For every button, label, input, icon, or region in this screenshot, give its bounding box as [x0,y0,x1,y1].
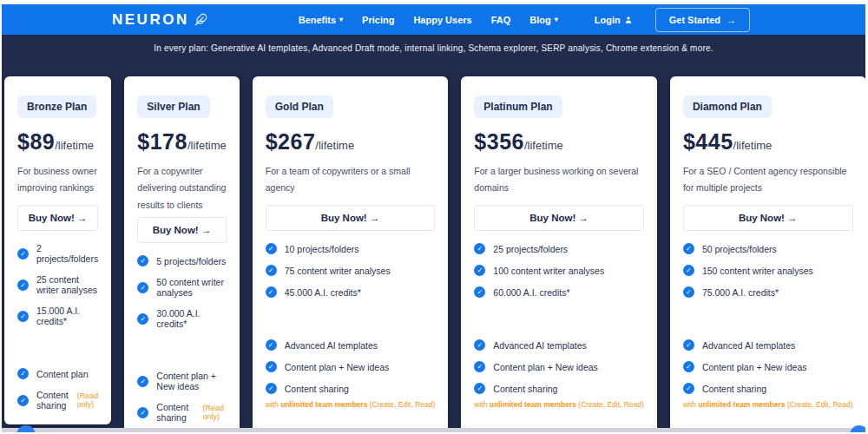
feature-text: 30.000 A.I. credits* [156,308,226,329]
get-started-button[interactable]: Get Started → [655,8,750,32]
check-icon: ✓ [137,407,148,418]
check-icon: ✓ [474,286,485,298]
nav-item-faq[interactable]: FAQ [491,15,511,25]
feature-list-core: ✓ 2 projects/folders ✓ 25 content writer… [17,243,98,326]
plan-price: $178/lifetime [137,129,226,155]
check-icon: ✓ [17,311,29,322]
bottom-divider [2,428,865,432]
plan-description: For business owner improving rankings [17,163,98,201]
top-navbar: NEURON Benefits▾ Pricing Happy Users FAQ… [2,4,865,35]
arrow-right-icon: → [77,213,88,223]
check-icon: ✓ [266,243,277,254]
arrow-right-icon: → [579,213,589,223]
nav-item-label: Blog [529,15,550,25]
arrow-right-icon: → [370,213,380,223]
nav-item-benefits[interactable]: Benefits▾ [299,15,343,25]
brand-logo[interactable]: NEURON [112,11,207,29]
feature-text: Content sharing [36,390,69,411]
feature-text: Content plan + New ideas [493,362,598,372]
feature-suffix: (Read only) [77,391,99,409]
feature-text: Content sharing [702,384,766,394]
feature-item: ✓ 25 projects/folders [474,243,644,254]
feature-item: ✓ Advanced AI templates [474,339,644,351]
price-amount: $89 [17,129,55,154]
check-icon: ✓ [266,361,277,372]
login-label: Login [595,15,621,25]
buy-now-button[interactable]: Buy Now! → [137,217,226,243]
feature-text: Advanced AI templates [285,340,378,351]
pricing-card: Silver Plan $178/lifetime For a copywrit… [124,76,239,432]
note-bold: unlimited team members [490,400,576,409]
feature-item: ✓ 30.000 A.I. credits* [137,308,226,329]
check-icon: ✓ [683,383,694,394]
spacer [683,298,853,329]
check-icon: ✓ [17,368,29,379]
buy-now-label: Buy Now! [529,213,575,223]
nav-item-blog[interactable]: Blog▾ [529,15,557,25]
team-members-note: with unlimited team members (Create, Edi… [266,400,436,409]
feature-text: Content sharing [156,402,194,423]
feature-text: 45.000 A.I. credits* [285,287,361,298]
feature-text: Content plan + New ideas [285,362,390,372]
feature-item: ✓ Content sharing [474,383,644,394]
spacer [266,409,436,424]
feature-list-mid: ✓ Advanced AI templates ✓ Content plan +… [266,339,436,394]
feature-text: 15.000 A.I. credits* [36,306,98,326]
note-rest: (Create, Edit, Read) [787,400,853,409]
feature-item: ✓ 75 content writer analyses [266,265,436,276]
plan-price: $89/lifetime [17,129,98,155]
buy-now-label: Buy Now! [153,225,199,235]
plan-badge: Silver Plan [137,95,209,118]
plan-price: $267/lifetime [266,129,436,155]
feature-text: 10 projects/folders [285,244,359,254]
feature-text: Content plan + New ideas [156,371,226,391]
feature-text: 100 content writer analyses [493,266,604,276]
check-icon: ✓ [474,243,485,254]
buy-now-label: Buy Now! [739,213,785,223]
feature-item: ✓ 60.000 A.I. credits* [474,286,644,298]
check-icon: ✓ [17,248,29,260]
feature-item: ✓ Content plan + New ideas [683,361,853,372]
nav-item-pricing[interactable]: Pricing [362,15,394,25]
plan-description: For a copywriter delivering outstanding … [137,163,226,214]
pricing-card: Diamond Plan $445/lifetime For a SEO / C… [670,76,865,432]
note-bold: unlimited team members [698,400,785,409]
feature-item: ✓ Advanced AI templates [683,339,853,351]
price-period: /lifetime [55,139,94,152]
buy-now-button[interactable]: Buy Now! → [683,205,853,231]
check-icon: ✓ [683,243,694,254]
plan-description: For a team of copywriters or a small age… [266,163,436,201]
plan-badge: Diamond Plan [683,95,772,118]
buy-now-button[interactable]: Buy Now! → [266,205,436,231]
buy-now-button[interactable]: Buy Now! → [17,205,98,231]
check-icon: ✓ [266,383,277,394]
feature-text: 50 content writer analyses [156,277,226,298]
brand-name: NEURON [112,11,189,29]
plan-description: For a larger business working on several… [474,163,644,201]
feature-item: ✓ Content sharing [683,383,853,394]
feature-text: 25 projects/folders [493,244,568,254]
price-period: /lifetime [315,139,354,152]
chevron-down-icon: ▾ [555,16,558,23]
plan-price: $356/lifetime [474,129,644,155]
feature-item: ✓ Content plan + New ideas [266,361,436,372]
feature-list-core: ✓ 25 projects/folders ✓ 100 content writ… [474,243,644,298]
spacer [17,326,98,358]
buy-now-button[interactable]: Buy Now! → [474,205,644,231]
nav-item-happy-users[interactable]: Happy Users [413,15,471,25]
nav-item-label: Happy Users [413,15,471,25]
feature-item: ✓ 2 projects/folders [17,243,98,264]
feature-item: ✓ 15.000 A.I. credits* [17,306,98,326]
pricing-card: Bronze Plan $89/lifetime For business ow… [4,76,111,424]
check-icon: ✓ [474,339,485,351]
login-link[interactable]: Login [595,15,633,25]
note-prefix: with [474,400,487,409]
feather-icon [194,13,207,26]
price-period: /lifetime [524,139,563,152]
price-amount: $356 [474,129,524,154]
feature-item: ✓ 5 projects/folders [137,255,226,266]
price-period: /lifetime [733,139,773,152]
page: NEURON Benefits▾ Pricing Happy Users FAQ… [2,4,865,432]
feature-text: Content sharing [285,384,349,394]
check-icon: ✓ [474,361,485,372]
